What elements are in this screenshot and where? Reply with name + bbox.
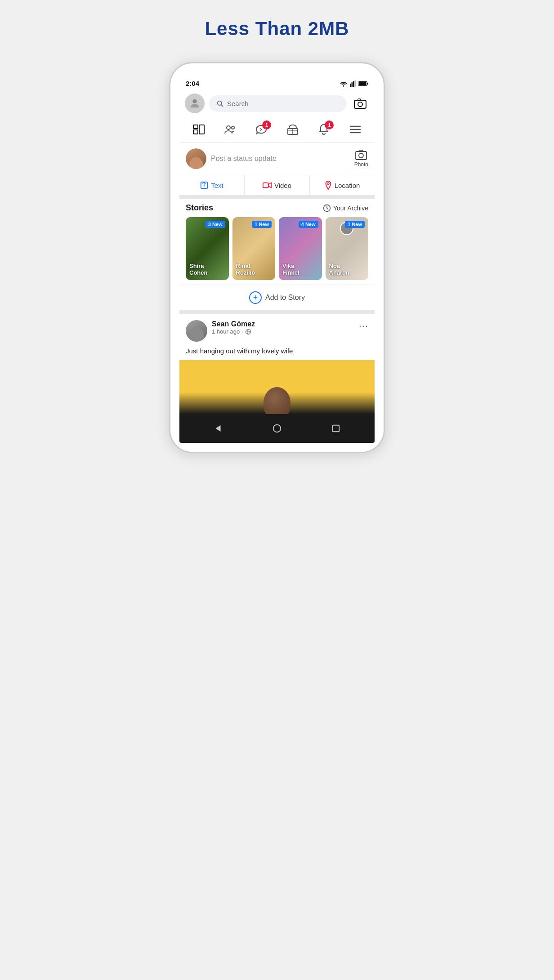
text-action-button[interactable]: Text (179, 175, 245, 195)
story-badge-1: 1 New (252, 221, 272, 228)
nav-marketplace[interactable] (281, 120, 304, 139)
wifi-icon (340, 80, 348, 87)
story-name-3: NoaAharon (329, 263, 350, 276)
post-image (179, 360, 375, 414)
stories-title: Stories (186, 203, 213, 213)
post-image-subject (264, 387, 290, 414)
composer-input[interactable]: Post a status update (211, 155, 338, 163)
story-name-2: VikaFinkel (282, 263, 299, 276)
profile-avatar[interactable] (185, 94, 205, 113)
text-action-label: Text (211, 182, 223, 189)
search-icon (216, 100, 223, 107)
story-card-2[interactable]: 4 New VikaFinkel (279, 217, 322, 280)
post-card: Sean Gómez 1 hour ago · ··· (179, 314, 375, 414)
post-time: 1 hour ago · (212, 328, 359, 335)
phone-screen: 2:04 (179, 77, 375, 443)
svg-rect-11 (354, 100, 366, 108)
stories-section: Stories Your Archive 3 New S (179, 199, 375, 285)
nav-row: 1 1 (179, 117, 375, 143)
post-composer: Post a status update Photo (179, 143, 375, 175)
search-bar[interactable]: Search (209, 95, 347, 112)
story-card-1[interactable]: 1 New RinatRozilio (232, 217, 276, 280)
story-badge-2: 4 New (299, 221, 318, 228)
nav-feed[interactable] (187, 120, 210, 139)
svg-rect-6 (367, 82, 368, 84)
svg-point-17 (227, 126, 230, 129)
search-placeholder: Search (227, 100, 249, 107)
svg-point-35 (273, 425, 281, 432)
page-headline: Less Than 2MB (205, 18, 349, 40)
svg-rect-24 (356, 151, 366, 160)
post-more-button[interactable]: ··· (359, 320, 368, 332)
status-bar: 2:04 (179, 77, 375, 90)
back-button[interactable] (209, 419, 227, 437)
svg-point-29 (327, 183, 329, 185)
status-icons (340, 80, 368, 87)
post-header: Sean Gómez 1 hour ago · ··· (186, 320, 368, 342)
nav-friends[interactable] (218, 120, 241, 139)
story-badge-3: 1 New (345, 221, 365, 228)
svg-marker-34 (215, 425, 220, 432)
svg-rect-7 (359, 82, 366, 85)
post-actions: Text Video Location (179, 175, 375, 199)
svg-rect-14 (193, 125, 198, 129)
svg-point-18 (232, 126, 234, 129)
svg-point-8 (192, 99, 197, 103)
svg-rect-36 (333, 425, 340, 432)
svg-rect-16 (199, 125, 204, 134)
location-action-button[interactable]: Location (310, 175, 375, 195)
location-action-label: Location (335, 182, 360, 189)
archive-button[interactable]: Your Archive (323, 204, 368, 212)
story-name-0: ShiraCohen (189, 263, 207, 276)
composer-avatar (186, 148, 206, 169)
svg-rect-28 (263, 183, 268, 188)
archive-icon (323, 204, 331, 212)
stories-grid: 3 New ShiraCohen 1 New RinatRozilio 4 Ne… (186, 217, 368, 280)
add-story-button[interactable]: + Add to Story (179, 285, 375, 314)
battery-icon (358, 81, 368, 86)
composer-photo-button[interactable]: Photo (354, 150, 368, 168)
nav-menu[interactable] (344, 120, 367, 139)
svg-rect-1 (350, 84, 351, 87)
messages-badge: 1 (262, 120, 271, 129)
post-text: Just hanging out with my lovely wife (186, 346, 368, 356)
story-badge-0: 3 New (206, 221, 225, 228)
photo-label: Photo (354, 161, 368, 168)
top-bar: Search (179, 90, 375, 117)
globe-icon (245, 329, 251, 335)
svg-rect-3 (353, 81, 354, 87)
svg-rect-2 (352, 82, 353, 87)
svg-point-0 (343, 85, 344, 86)
svg-point-25 (359, 153, 363, 158)
post-author-name[interactable]: Sean Gómez (212, 320, 359, 328)
svg-rect-4 (355, 80, 356, 87)
svg-line-10 (221, 105, 223, 107)
phone-frame: 2:04 (169, 62, 385, 453)
bottom-nav (179, 414, 375, 443)
stories-header: Stories Your Archive (186, 203, 368, 213)
camera-button[interactable] (351, 94, 369, 112)
video-action-label: Video (274, 182, 291, 189)
video-action-button[interactable]: Video (245, 175, 310, 195)
composer-divider (346, 148, 346, 169)
home-button[interactable] (268, 419, 286, 437)
story-card-0[interactable]: 3 New ShiraCohen (186, 217, 229, 280)
post-meta: Sean Gómez 1 hour ago · (212, 320, 359, 335)
notifications-badge: 1 (325, 120, 334, 129)
archive-label: Your Archive (333, 205, 368, 212)
signal-icon (350, 80, 356, 87)
story-name-1: RinatRozilio (236, 263, 255, 276)
svg-point-12 (358, 102, 362, 107)
svg-rect-15 (193, 130, 198, 134)
add-story-icon: + (249, 291, 262, 304)
status-time: 2:04 (186, 80, 199, 87)
story-card-3[interactable]: 1 New NoaAharon (326, 217, 369, 280)
post-author-avatar[interactable] (186, 320, 207, 342)
add-story-label: Add to Story (265, 294, 305, 302)
recents-button[interactable] (327, 419, 345, 437)
nav-messages[interactable]: 1 (250, 120, 273, 139)
nav-notifications[interactable]: 1 (312, 120, 335, 139)
